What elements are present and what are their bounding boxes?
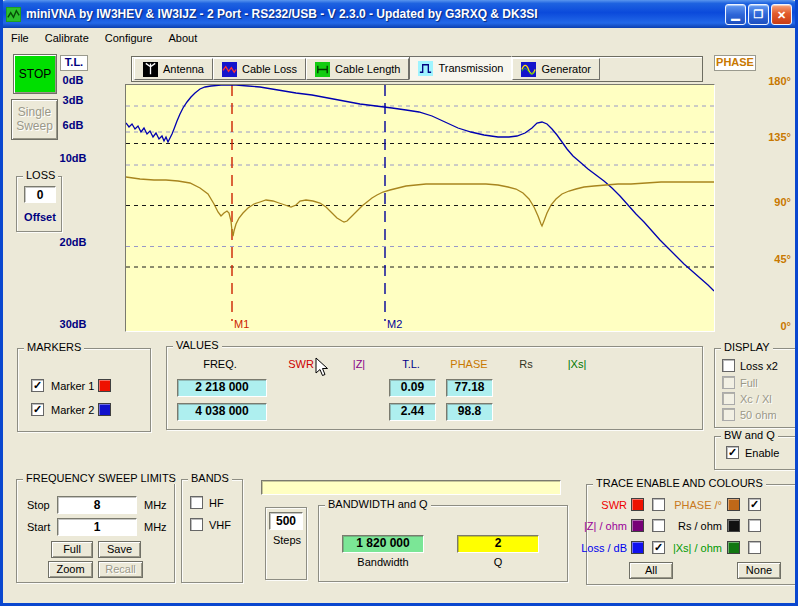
transmission-icon: [418, 61, 433, 76]
minimize-button[interactable]: ▁: [725, 4, 746, 25]
values-header-tl: T.L.: [381, 358, 441, 370]
sweep-start-unit: MHz: [144, 521, 167, 533]
loss-group-title: LOSS: [23, 169, 58, 181]
phase-value-m1: 77.18: [446, 379, 493, 397]
trace-phase-checkbox[interactable]: [748, 498, 761, 511]
marker2-color-swatch[interactable]: [98, 403, 111, 416]
trace-z-checkbox[interactable]: [652, 519, 665, 532]
menu-file[interactable]: File: [3, 30, 37, 46]
save-button[interactable]: Save: [98, 541, 141, 558]
trace-loss-swatch[interactable]: [631, 541, 644, 554]
tab-cable-length[interactable]: Cable Length: [306, 58, 409, 80]
tab-generator-label: Generator: [541, 63, 591, 75]
trace-z-label: |Z| / ohm: [582, 520, 627, 532]
trace-rs-label: Rs / ohm: [667, 520, 722, 532]
markers-group: MARKERS Marker 1 Marker 2: [17, 348, 151, 432]
svg-text:M2: M2: [387, 318, 402, 330]
close-button[interactable]: ✕: [771, 4, 792, 25]
display-50ohm-checkbox: [722, 408, 735, 421]
trace-rs-checkbox[interactable]: [748, 519, 761, 532]
values-header-z: |Z|: [329, 358, 389, 370]
freq-value-m1: 2 218 000: [177, 379, 267, 397]
display-xcxl-checkbox: [722, 392, 735, 405]
tl-tick-0db: 0dB: [51, 74, 95, 86]
loss-offset-label: Offset: [17, 211, 63, 223]
display-full-checkbox: [722, 376, 735, 389]
trace-group-title: TRACE ENABLE AND COLOURS: [593, 477, 766, 489]
loss-offset-input[interactable]: [24, 186, 56, 203]
tab-transmission-label: Transmission: [438, 62, 503, 74]
q-label: Q: [457, 556, 539, 568]
tab-antenna-label: Antenna: [163, 63, 204, 75]
marker1-checkbox[interactable]: [31, 379, 44, 392]
bandwidth-q-group-title: BANDWIDTH and Q: [325, 498, 431, 510]
trace-rs-swatch[interactable]: [727, 519, 740, 532]
sweep-start-input[interactable]: [57, 518, 137, 536]
display-group-title: DISPLAY: [721, 341, 773, 353]
menubar: File Calibrate Configure About: [3, 28, 795, 48]
trace-xs-checkbox[interactable]: [748, 541, 761, 554]
trace-none-button[interactable]: None: [737, 562, 781, 579]
bwq-enable-label: Enable: [745, 447, 779, 459]
tl-tick-3db: 3dB: [51, 94, 95, 106]
band-hf-checkbox[interactable]: [190, 496, 203, 509]
values-group: VALUES FREQ. SWR |Z| T.L. PHASE Rs |Xs| …: [166, 346, 703, 430]
trace-all-button[interactable]: All: [629, 562, 673, 579]
display-lossx2-label: Loss x2: [740, 360, 778, 372]
cable-length-icon: [315, 62, 330, 77]
values-header-freq: FREQ.: [190, 358, 250, 370]
markers-group-title: MARKERS: [24, 341, 84, 353]
tab-transmission[interactable]: Transmission: [409, 56, 512, 80]
values-header-xs: |Xs|: [547, 358, 607, 370]
menu-about[interactable]: About: [160, 30, 205, 46]
display-group: DISPLAY Loss x2 Full Xc / Xl 50 ohm: [714, 348, 796, 428]
recall-button[interactable]: Recall: [98, 561, 143, 578]
display-lossx2-checkbox[interactable]: [722, 359, 735, 372]
tab-cable-loss[interactable]: Cable Loss: [213, 58, 306, 80]
titlebar: miniVNA by IW3HEV & IW3IJZ - 2 Port - RS…: [0, 0, 798, 28]
tab-antenna[interactable]: Antenna: [134, 58, 213, 80]
tl-value-m1: 0.09: [389, 379, 436, 397]
tab-generator[interactable]: Generator: [512, 58, 600, 80]
menu-calibrate[interactable]: Calibrate: [37, 30, 97, 46]
trace-swr-swatch[interactable]: [631, 498, 644, 511]
band-vhf-label: VHF: [209, 519, 231, 531]
chart-area[interactable]: M1M2: [125, 84, 715, 332]
single-sweep-label-2: Sweep: [16, 119, 53, 133]
sweep-stop-input[interactable]: [57, 496, 137, 514]
phase-tick-90: 90°: [747, 196, 791, 208]
bandwidth-value: 1 820 000: [342, 535, 424, 553]
display-full-label: Full: [740, 377, 758, 389]
marker1-color-swatch[interactable]: [98, 379, 111, 392]
band-hf-label: HF: [209, 497, 224, 509]
trace-phase-swatch[interactable]: [727, 498, 740, 511]
steps-input[interactable]: [269, 512, 303, 530]
phase-tick-45: 45°: [747, 253, 791, 265]
q-value: 2: [457, 535, 539, 553]
values-group-title: VALUES: [173, 339, 222, 351]
window-title: miniVNA by IW3HEV & IW3IJZ - 2 Port - RS…: [26, 7, 723, 21]
tl-tick-30db: 30dB: [51, 318, 95, 330]
trace-xs-swatch[interactable]: [727, 541, 740, 554]
trace-swr-checkbox[interactable]: [652, 498, 665, 511]
status-bar: [261, 480, 561, 495]
bwq-enable-checkbox[interactable]: [726, 446, 739, 459]
band-vhf-checkbox[interactable]: [190, 518, 203, 531]
bandwidth-label: Bandwidth: [342, 556, 424, 568]
marker2-checkbox[interactable]: [31, 403, 44, 416]
app-icon: [6, 7, 21, 22]
bandwidth-q-group: BANDWIDTH and Q 1 820 000 Bandwidth 2 Q: [318, 505, 568, 582]
phase-scale-title: PHASE: [714, 55, 756, 71]
menu-configure[interactable]: Configure: [97, 30, 161, 46]
antenna-icon: [143, 62, 158, 77]
trace-xs-label: |Xs| / ohm: [662, 542, 722, 554]
full-button[interactable]: Full: [51, 541, 93, 558]
zoom-button[interactable]: Zoom: [48, 561, 93, 578]
trace-z-swatch[interactable]: [631, 519, 644, 532]
maximize-button[interactable]: ❐: [748, 4, 769, 25]
trace-swr-label: SWR: [587, 499, 627, 511]
tab-cable-loss-label: Cable Loss: [242, 63, 297, 75]
single-sweep-label-1: Single: [18, 105, 51, 119]
display-xcxl-label: Xc / Xl: [740, 393, 772, 405]
tl-value-m2: 2.44: [389, 403, 436, 421]
